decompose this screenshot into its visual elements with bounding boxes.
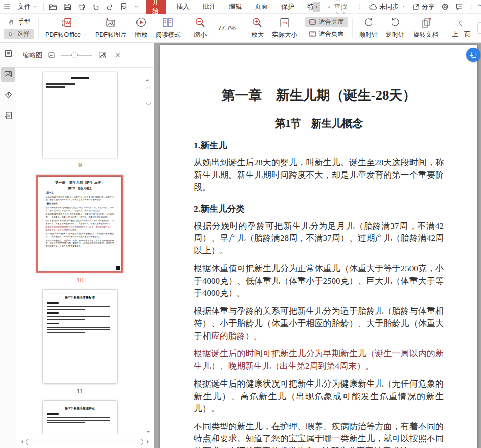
- file-menu-label: 文件: [18, 2, 31, 11]
- scroll-up-arrow[interactable]: [145, 71, 149, 81]
- page-number-input[interactable]: 1: [477, 22, 481, 34]
- select-tool-button[interactable]: 选择: [4, 29, 34, 39]
- document-view[interactable]: 第一章 新生儿期（诞生-28天） 第1节 新生儿概念 1.新生儿从娩出到诞生后2…: [154, 43, 481, 448]
- menubar-tab-4[interactable]: 页面: [248, 2, 274, 11]
- menubar-tab-6[interactable]: 特殊: [301, 2, 313, 11]
- pdf-to-image-label: PDF转图片: [95, 31, 127, 39]
- file-menu[interactable]: 文件: [14, 2, 41, 11]
- rotate-document-button[interactable]: 旋转文档: [409, 17, 442, 39]
- menubar-tab-3[interactable]: 编辑: [222, 2, 248, 11]
- rotate-counterclockwise-button[interactable]: 逆时针: [382, 17, 409, 39]
- hand-tool-label: 手型: [18, 18, 30, 26]
- print-icon[interactable]: [75, 3, 89, 11]
- zoom-out-button[interactable]: 缩小: [190, 17, 211, 39]
- search-icon: [327, 3, 330, 11]
- doc-paragraph: 根据分娩时的孕龄可把新生儿分为足月儿（胎龄满37周，不满42周）、早产儿（胎龄满…: [45, 206, 114, 212]
- svg-text:W: W: [7, 114, 11, 117]
- search-options-icon[interactable]: ⋮: [355, 3, 365, 10]
- horizontal-scroll-thumb[interactable]: [26, 439, 143, 445]
- menubar-tab-2[interactable]: 批注: [196, 2, 222, 11]
- chevron-left-icon: [456, 17, 466, 28]
- fit-page-button[interactable]: 适合页面: [305, 29, 348, 39]
- doc-paragraph: 根据体重值可把新生儿分为正常体重儿（体重大于等于2500克，小于4000克）、低…: [45, 213, 114, 218]
- zoom-in-button[interactable]: 放大: [247, 17, 268, 39]
- thumbnail-size-slider[interactable]: [61, 52, 92, 59]
- share-button[interactable]: 分享: [408, 2, 438, 11]
- thumbnail-size-large-icon[interactable]: [98, 50, 107, 60]
- pdf-to-image-button[interactable]: PDF转图片: [91, 17, 131, 39]
- pdf-to-office-label: PDF转Office: [45, 31, 81, 39]
- scroll-right-arrow[interactable]: [147, 440, 149, 444]
- export-word-panel-icon[interactable]: W: [1, 108, 15, 123]
- scroll-left-arrow[interactable]: [21, 440, 23, 444]
- sidebar-title: 缩略图: [23, 51, 42, 60]
- doc-heading: 1.新生儿: [194, 139, 444, 151]
- collapse-toolbar-icon[interactable]: ⌃: [477, 3, 481, 11]
- pdf-to-office-button[interactable]: W PDF转Office: [41, 17, 91, 39]
- select-tool-label: 选择: [17, 30, 30, 38]
- menubar-tab-1[interactable]: 插入: [170, 2, 196, 11]
- tab-scroll-right-button[interactable]: ›: [313, 2, 320, 12]
- doc-heading: 2.新生儿分类: [194, 203, 444, 215]
- thumbnail-page-label: 9: [43, 161, 117, 169]
- hand-tool-button[interactable]: 手型: [4, 17, 34, 27]
- slider-knob[interactable]: [71, 52, 78, 58]
- settings-gear-icon[interactable]: [438, 3, 452, 11]
- thumbnail-panel-icon[interactable]: [1, 67, 15, 82]
- chapter-title: 第一章 新生儿期（诞生-28天）: [194, 86, 444, 104]
- vertical-scroll-thumb[interactable]: [146, 87, 151, 105]
- rotate-clockwise-button[interactable]: 顺时针: [355, 17, 382, 39]
- menubar-tab-5[interactable]: 保护: [274, 2, 301, 11]
- pdf-page: 第一章 新生儿期（诞生-28天） 第1节 新生儿概念 1.新生儿从娩出到诞生后2…: [160, 45, 477, 448]
- sync-status[interactable]: 未同步: [365, 2, 408, 11]
- app-menu-icon[interactable]: [0, 3, 14, 11]
- outline-panel-icon[interactable]: [1, 46, 15, 61]
- fit-width-button[interactable]: 适合宽度: [305, 17, 348, 27]
- thumbnail-page-9[interactable]: 9: [43, 72, 117, 175]
- thumbnail-list: 9第一章 新生儿期（诞生-28天）第1节 新生儿概念1.新生儿从娩出到诞生后28…: [16, 68, 144, 434]
- annotation-pen-icon[interactable]: [1, 87, 15, 102]
- sidebar-vertical-scrollbar[interactable]: [145, 71, 152, 433]
- play-button[interactable]: 播放: [130, 17, 151, 39]
- read-mode-button[interactable]: 阅读模式: [151, 17, 184, 39]
- thumbnail-page-label: 11: [43, 387, 117, 395]
- feedback-comment-icon[interactable]: [452, 3, 466, 11]
- open-file-icon[interactable]: [46, 3, 60, 11]
- doc-paragraph: 从娩出到诞生后28天的婴儿，叫新生儿。诞生至28天这段时间，称新生儿期。新生儿期…: [45, 196, 114, 201]
- doc-paragraph: 从娩出到诞生后28天的婴儿，叫新生儿。诞生至28天这段时间，称新生儿期。新生儿期…: [194, 157, 444, 194]
- redo-icon[interactable]: [103, 3, 117, 11]
- doc-paragraph: 根据体重值可把新生儿分为正常体重儿（体重大于等于2500克，小于4000克）、低…: [194, 263, 444, 300]
- previous-page-button[interactable]: 上一页: [448, 17, 475, 39]
- rotate-cw-icon: [363, 17, 375, 29]
- read-mode-label: 阅读模式: [155, 31, 180, 39]
- thumbnail-page-partial[interactable]: 第3节 新生儿生理特点: [43, 401, 117, 434]
- zoom-level-combobox[interactable]: 77.7%: [214, 23, 244, 33]
- sync-label: 未同步: [379, 2, 399, 11]
- thumbnail-size-small-icon[interactable]: [48, 51, 55, 59]
- close-panel-icon[interactable]: ✕: [115, 51, 121, 59]
- menubar-tabs: 插入批注编辑页面保护特殊: [170, 2, 313, 11]
- actual-size-icon: 1:1: [279, 17, 291, 29]
- play-label: 播放: [134, 31, 147, 39]
- doc-paragraph: 不同类型的新生儿，在护理、喂养、疾病防治等方面，有着不同的特点和要求。知道了您的…: [194, 421, 444, 448]
- book-icon: [161, 17, 174, 29]
- quickbar-dropdown-icon[interactable]: [131, 4, 142, 9]
- undo-icon[interactable]: [89, 3, 103, 11]
- thumbnail-page-11[interactable]: 第2节 新生儿体格标准11: [43, 290, 117, 401]
- section-title: 第1节 新生儿概念: [194, 116, 444, 131]
- svg-text:1:1: 1:1: [282, 21, 287, 25]
- chevron-down-icon: [33, 4, 38, 9]
- save-icon[interactable]: [60, 3, 75, 11]
- zoom-out-label: 缩小: [194, 31, 207, 39]
- scroll-down-arrow[interactable]: [146, 431, 150, 433]
- thumbnail-title: 第2节 新生儿体格标准: [43, 295, 117, 300]
- sidebar-horizontal-scrollbar[interactable]: [21, 438, 149, 446]
- more-menu-icon[interactable]: ⋮: [466, 3, 477, 10]
- convert-export-icon[interactable]: [117, 3, 131, 11]
- actual-size-button[interactable]: 1:1 实际大小: [268, 17, 301, 39]
- zoom-dropdown-caret[interactable]: [236, 23, 244, 33]
- rotate-ccw-icon: [389, 17, 401, 29]
- thumbnail-page-10[interactable]: 第一章 新生儿期（诞生-28天）第1节 新生儿概念1.新生儿从娩出到诞生后28天…: [36, 175, 123, 290]
- pdf-to-word-floating-button[interactable]: [466, 48, 480, 62]
- zoom-out-icon: [194, 17, 207, 29]
